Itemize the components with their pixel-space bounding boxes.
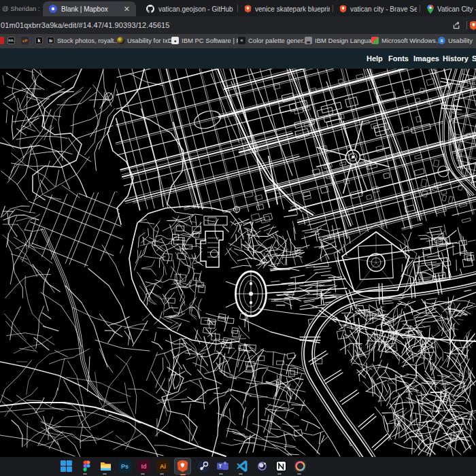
svg-text:T: T xyxy=(219,464,222,469)
